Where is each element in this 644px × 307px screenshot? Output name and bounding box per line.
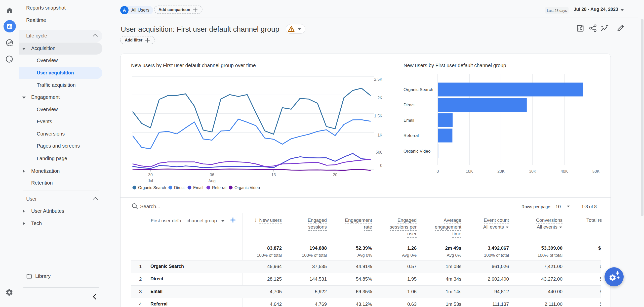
svg-text:20: 20 xyxy=(333,173,337,177)
svg-text:Email: Email xyxy=(193,186,203,190)
svg-text:2K: 2K xyxy=(377,96,382,100)
svg-text:2.5K: 2.5K xyxy=(374,77,382,81)
svg-text:Organic Video: Organic Video xyxy=(234,186,260,190)
svg-text:Direct: Direct xyxy=(404,103,415,107)
svg-text:20K: 20K xyxy=(497,169,505,173)
svg-text:50K: 50K xyxy=(592,169,600,173)
svg-text:10K: 10K xyxy=(466,169,473,173)
svg-text:Direct: Direct xyxy=(174,186,185,190)
svg-text:30K: 30K xyxy=(529,169,536,173)
svg-text:1K: 1K xyxy=(377,133,382,137)
svg-text:0: 0 xyxy=(437,169,439,173)
svg-text:30: 30 xyxy=(148,173,153,177)
svg-text:Organic Search: Organic Search xyxy=(404,87,433,92)
svg-text:1.5K: 1.5K xyxy=(374,114,382,118)
svg-text:Organic Search: Organic Search xyxy=(138,186,166,190)
svg-text:New users by First user defaul: New users by First user default channel … xyxy=(404,63,506,68)
svg-text:Referral: Referral xyxy=(212,186,226,190)
svg-text:Jul: Jul xyxy=(148,179,153,183)
svg-text:Aug: Aug xyxy=(208,179,215,183)
svg-text:06: 06 xyxy=(210,173,214,177)
svg-text:Email: Email xyxy=(404,118,414,123)
svg-text:Organic Video: Organic Video xyxy=(404,149,430,154)
svg-text:500: 500 xyxy=(376,150,382,154)
svg-text:0: 0 xyxy=(380,163,382,168)
svg-text:40K: 40K xyxy=(561,169,568,173)
svg-text:New users by First user defaul: New users by First user default channel … xyxy=(131,63,256,68)
svg-text:13: 13 xyxy=(271,173,276,177)
svg-text:Referral: Referral xyxy=(404,133,419,138)
